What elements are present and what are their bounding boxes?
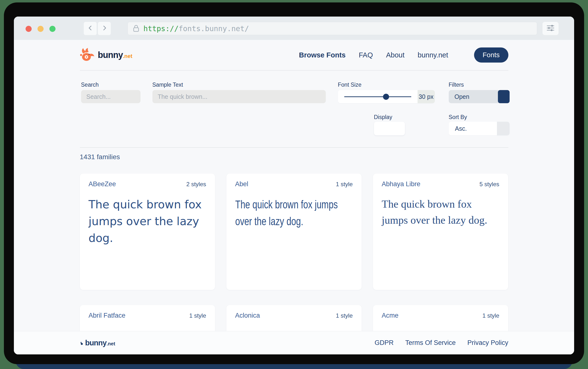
font-size-slider[interactable] [338,90,418,103]
font-styles-count: 1 style [336,181,352,188]
font-card-abel[interactable]: Abel 1 style The quick brown fox jumps o… [227,174,361,290]
url-scheme: https:// [144,24,179,33]
results-divider [80,147,508,148]
sliders-icon [546,25,555,32]
sample-text-input[interactable] [152,90,326,103]
browser-chrome: https://fonts.bunny.net/ [14,17,574,40]
forward-button[interactable] [98,22,111,35]
font-name[interactable]: Abhaya Libre [382,180,421,188]
footer-links: GDPR Terms Of Service Privacy Policy [374,339,508,347]
slider-track [344,96,411,97]
fonts-button[interactable]: Fonts [474,47,508,62]
font-card-abhaya-libre[interactable]: Abhaya Libre 5 styles The quick brown fo… [373,174,508,290]
font-sample-text: The quick brown fox jumps over the lazy … [89,196,206,246]
filter-controls: Search Sample Text Font Size 30 px Filte… [80,71,508,147]
sample-text-label: Sample Text [152,82,183,88]
footer-link-gdpr[interactable]: GDPR [374,339,393,347]
filters-control: Open [449,90,510,103]
site-header: bunny.net Browse Fonts FAQ About bunny.n… [80,40,508,70]
font-styles-count: 1 style [189,312,206,319]
display-label: Display [374,114,392,121]
sort-direction-button[interactable] [497,122,510,135]
font-name[interactable]: Abel [235,180,248,188]
font-name[interactable]: ABeeZee [89,180,116,188]
back-button[interactable] [84,22,97,35]
font-name[interactable]: Acme [382,312,399,319]
maximize-window-icon[interactable] [49,26,55,32]
minimize-window-icon[interactable] [38,26,44,32]
search-input[interactable] [81,90,141,103]
font-size-control: 30 px [338,90,435,103]
browser-settings-button[interactable] [542,22,558,35]
nav-faq[interactable]: FAQ [359,51,373,59]
footer-logo[interactable]: bunny.net [80,338,115,347]
nav-bunny-net[interactable]: bunny.net [418,51,448,59]
font-styles-count: 2 styles [186,181,206,188]
font-styles-count: 5 styles [479,181,499,188]
sort-by-label: Sort By [449,114,467,121]
footer-link-privacy[interactable]: Privacy Policy [467,339,508,347]
chevron-left-icon [87,25,93,32]
logo-wordmark: bunny [98,50,123,60]
font-styles-count: 1 style [336,312,352,319]
main-nav: Browse Fonts FAQ About bunny.net Fonts [299,47,508,62]
nav-browse-fonts[interactable]: Browse Fonts [299,51,346,59]
filters-state: Open [454,93,469,100]
bunny-logo-icon [80,48,95,62]
font-styles-count: 1 style [482,312,499,319]
site-footer: bunny.net GDPR Terms Of Service Privacy … [14,331,574,354]
font-grid: ABeeZee 2 styles The quick brown fox jum… [80,174,508,354]
url-text: fonts.bunny.net/ [179,24,249,33]
filters-label: Filters [449,82,464,88]
footer-bunny-logo-icon [80,341,84,346]
families-count: 1431 families [80,153,508,161]
nav-about[interactable]: About [386,51,404,59]
sort-by-select[interactable]: Asc. [449,122,497,135]
font-sample-text: The quick brown fox jumps over the lazy … [382,196,499,228]
footer-logo-wordmark: bunny [85,338,107,347]
close-window-icon[interactable] [26,26,32,32]
font-sample-text: The quick brown fox jumps over the lazy … [235,196,353,230]
site-logo[interactable]: bunny.net [80,48,133,62]
logo-tld: .net [123,53,132,59]
font-card-abeezee[interactable]: ABeeZee 2 styles The quick brown fox jum… [80,174,215,290]
slider-thumb[interactable] [383,94,389,100]
footer-link-terms[interactable]: Terms Of Service [405,339,455,347]
display-select[interactable] [374,122,405,135]
font-size-value: 30 px [418,90,435,103]
font-name[interactable]: Abril Fatface [89,312,126,319]
search-label: Search [81,82,99,88]
sort-by-control: Asc. [449,122,510,135]
chevron-right-icon [101,25,108,32]
traffic-lights [26,26,55,32]
font-name[interactable]: Aclonica [235,312,260,319]
lock-icon [133,25,140,32]
font-size-label: Font Size [338,82,361,88]
footer-logo-tld: .net [107,341,115,347]
browser-window: https://fonts.bunny.net/ [14,17,574,354]
address-bar[interactable]: https://fonts.bunny.net/ [128,22,537,35]
page-content: bunny.net Browse Fonts FAQ About bunny.n… [14,40,574,354]
filters-toggle-button[interactable] [498,90,510,103]
